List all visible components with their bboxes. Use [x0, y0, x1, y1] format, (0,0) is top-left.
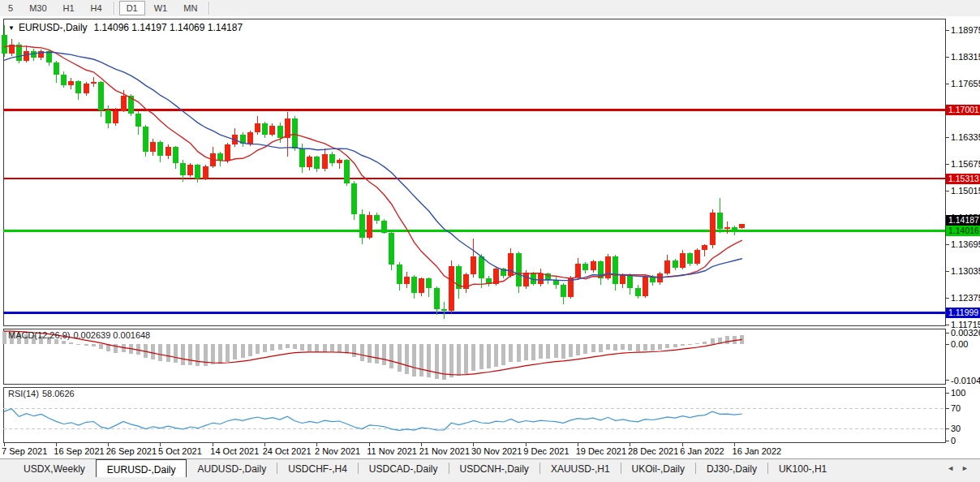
macd-bar — [76, 344, 80, 345]
candle-up — [165, 147, 171, 156]
chart-tab-uk100-h1[interactable]: UK100-,H1 — [768, 459, 837, 477]
chart-tab-usdcnh-daily[interactable]: USDCNH-,Daily — [449, 459, 539, 477]
chart-tab-audusd-daily[interactable]: AUDUSD-,Daily — [187, 459, 277, 477]
chart-tab-usdcad-daily[interactable]: USDCAD-,Daily — [359, 459, 449, 477]
candle-down — [61, 75, 67, 85]
macd-bar — [711, 338, 715, 344]
rsi-line — [4, 409, 742, 431]
price-axis-label: 1.16335 — [951, 131, 980, 143]
date-axis-label: 6 Jan 2022 — [680, 446, 724, 456]
macd-bar — [368, 344, 372, 363]
date-axis-label: 7 Sep 2021 — [2, 446, 47, 456]
candle-up — [84, 84, 89, 93]
macd-bar — [337, 344, 342, 352]
chart-window[interactable]: 7 Sep 202116 Sep 202126 Sep 20215 Oct 20… — [0, 16, 980, 458]
candle-up — [225, 144, 230, 161]
rsi-axis-label: 100 — [951, 387, 980, 398]
candle-down — [195, 165, 200, 179]
toolbar-separator — [114, 2, 115, 15]
timeframe-button-mn[interactable]: MN — [176, 1, 204, 15]
macd-bar — [405, 344, 409, 374]
candle-down — [374, 215, 380, 221]
chart-tab-usdx-weekly[interactable]: USDX,Weekly — [13, 459, 96, 477]
timeframe-button-5[interactable]: 5 — [1, 1, 20, 15]
candle-down — [687, 253, 693, 264]
candle-down — [351, 183, 357, 215]
macd-bar — [554, 344, 558, 358]
chart-tab-xauusd-h1[interactable]: XAUUSD-,H1 — [540, 459, 621, 477]
macd-bar — [539, 344, 543, 359]
macd-bar — [158, 344, 162, 361]
macd-bar — [352, 344, 356, 357]
candle-up — [702, 245, 707, 251]
macd-bar — [517, 344, 521, 362]
candle-down — [411, 277, 417, 293]
macd-bar — [435, 344, 439, 379]
candle-down — [426, 278, 432, 288]
macd-indicator-label: MACD(12,26,9)0.002639 0.001648 — [8, 330, 153, 340]
candle-down — [75, 81, 81, 93]
date-axis-label: 19 Dec 2021 — [576, 446, 626, 456]
candle-up — [150, 142, 156, 152]
timeframe-button-m30[interactable]: M30 — [22, 1, 54, 15]
macd-bar — [241, 344, 245, 358]
price-badge-1.11999: 1.11999 — [946, 308, 980, 318]
macd-bar — [2, 331, 6, 344]
macd-bar — [375, 344, 379, 364]
candle-down — [531, 273, 536, 284]
macd-bar — [628, 344, 632, 351]
chart-tab-ukoil-daily[interactable]: UKOil-,Daily — [621, 459, 695, 477]
macd-bar — [99, 344, 103, 349]
chart-tab-usdchf-h4[interactable]: USDCHF-,H4 — [277, 459, 358, 477]
candle-down — [582, 264, 588, 271]
tab-scroll-left-icon[interactable]: ◄ — [947, 464, 954, 472]
macd-bar — [174, 344, 178, 363]
tab-scroll-right-icon[interactable]: ► — [961, 464, 969, 472]
macd-bar — [591, 344, 595, 352]
macd-bar — [621, 344, 625, 350]
price-axis-label: 1.15015 — [951, 185, 980, 196]
price-chart-canvas[interactable]: 7 Sep 202116 Sep 202126 Sep 20215 Oct 20… — [0, 16, 980, 458]
date-axis-label: 24 Oct 2021 — [263, 446, 312, 456]
macd-bar — [218, 344, 222, 364]
macd-bar — [323, 344, 327, 352]
date-axis-label: 11 Nov 2021 — [367, 446, 417, 456]
candle-up — [591, 261, 596, 271]
candle-up — [247, 132, 253, 144]
macd-bar — [293, 344, 297, 349]
candle-down — [135, 114, 141, 127]
candle-down — [2, 35, 7, 54]
macd-bar — [389, 344, 393, 368]
candle-down — [627, 274, 633, 288]
macd-bar — [278, 344, 282, 350]
timeframe-button-w1[interactable]: W1 — [147, 1, 175, 15]
symbol-dropdown-icon[interactable]: ▼ — [8, 24, 15, 32]
date-axis-label: 28 Dec 2021 — [628, 446, 678, 456]
macd-bar — [62, 341, 66, 344]
candle-down — [516, 253, 522, 287]
macd-bar — [270, 344, 274, 351]
macd-bar — [196, 344, 200, 366]
macd-bar — [398, 344, 402, 372]
candle-down — [545, 273, 551, 280]
macd-bar — [673, 344, 677, 347]
candle-down — [54, 62, 59, 75]
candle-up — [419, 278, 424, 293]
chart-title: ▼EURUSD-,Daily1.14096 1.14197 1.14069 1.… — [8, 22, 243, 33]
candle-up — [113, 111, 118, 123]
macd-bar — [576, 344, 580, 355]
ohlc-quote-values: 1.14096 1.14197 1.14069 1.14187 — [94, 22, 243, 33]
timeframe-button-h1[interactable]: H1 — [56, 1, 82, 15]
chart-tab-eurusd-daily[interactable]: EURUSD-,Daily — [96, 459, 187, 477]
symbol-timeframe-label: EURUSD-,Daily — [19, 22, 88, 33]
date-axis-label: 26 Sep 2021 — [106, 446, 157, 456]
candle-up — [255, 123, 260, 133]
candle-down — [299, 148, 305, 167]
date-axis-label: 16 Jan 2022 — [733, 446, 782, 456]
macd-bar — [248, 344, 252, 356]
timeframe-button-h4[interactable]: H4 — [84, 1, 110, 15]
chart-tab-dj30-daily[interactable]: DJ30-,Daily — [696, 459, 767, 477]
timeframe-button-d1[interactable]: D1 — [119, 1, 145, 15]
rsi-guides — [3, 408, 945, 428]
macd-bar — [286, 344, 290, 348]
